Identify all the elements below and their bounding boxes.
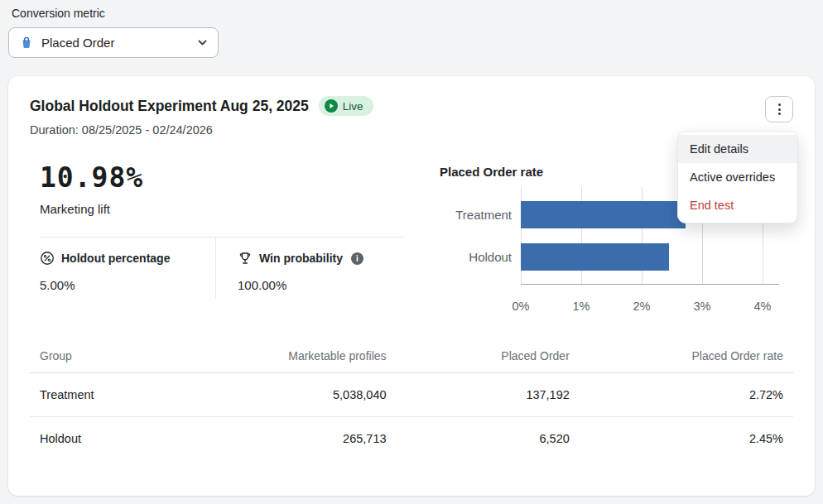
chart-tick-label: 4% [754,300,772,313]
live-play-icon [325,99,338,113]
cell-group: Holdout [30,417,213,461]
holdout-percentage-value: 5.00% [40,278,215,292]
chart-ticks: 0%1%2%3%4% [521,300,763,316]
kebab-menu-button[interactable] [765,96,793,122]
table-row: Treatment 5,038,040 137,192 2.72% [30,373,793,417]
table-header-row: Group Marketable profiles Placed Order P… [30,343,793,373]
cell-placed-order-rate: 2.72% [580,373,793,417]
chart-x-axis [521,284,779,285]
col-header-marketable-profiles: Marketable profiles [213,343,396,373]
cell-marketable-profiles: 265,713 [213,417,396,461]
chart-bar [521,201,686,228]
chevron-down-icon [197,37,208,48]
placed-order-metric-icon [19,36,34,50]
experiment-card: Global Holdout Experiment Aug 25, 2025 L… [8,76,815,496]
holdout-percentage-icon [40,251,55,266]
menu-item-end-test[interactable]: End test [678,191,797,219]
menu-item-edit-details[interactable]: Edit details [678,135,797,163]
results-table: Group Marketable profiles Placed Order P… [30,343,793,460]
col-header-placed-order-rate: Placed Order rate [580,343,793,373]
conversion-metric-label: Conversion metric [12,7,811,20]
table-row: Holdout 265,713 6,520 2.45% [30,417,793,461]
holdout-percentage-stat: Holdout percentage 5.00% [40,238,215,299]
col-header-placed-order: Placed Order [397,343,580,373]
chart-tick-label: 2% [633,300,651,313]
chart-category-label: Holdout [440,250,521,264]
col-header-group: Group [30,343,213,373]
chart-category-label: Treatment [440,208,521,222]
win-probability-value: 100.00% [238,278,404,292]
menu-item-active-overrides[interactable]: Active overrides [678,163,797,191]
chart-bar [521,243,669,271]
win-probability-label: Win probability [259,252,343,265]
experiment-title: Global Holdout Experiment Aug 25, 2025 [30,98,309,115]
cell-placed-order: 6,520 [397,417,580,461]
trophy-icon [238,251,253,266]
win-probability-stat: Win probability i 100.00% [215,238,404,299]
chart-tick-label: 3% [694,300,711,313]
holdout-percentage-label: Holdout percentage [61,252,170,265]
experiment-duration: Duration: 08/25/2025 - 02/24/2026 [30,123,373,137]
marketing-lift-value: 10.98% [40,161,404,194]
chart-bar-track [521,243,763,271]
chart-tick-label: 0% [513,300,530,313]
conversion-metric-select[interactable]: Placed Order [8,27,219,58]
marketing-lift-label: Marketing lift [40,202,404,216]
status-badge-label: Live [343,100,363,113]
stats-row: Holdout percentage 5.00% Win p [40,237,404,299]
cell-group: Treatment [30,373,213,417]
lift-panel: 10.98% Marketing lift Holdout [30,161,404,318]
conversion-metric-section: Conversion metric Placed Order [0,0,823,58]
cell-marketable-profiles: 5,038,040 [213,373,396,417]
context-menu: Edit details Active overrides End test [677,131,798,223]
chart-row: Holdout [440,236,763,278]
info-icon[interactable]: i [351,252,363,265]
card-header: Global Holdout Experiment Aug 25, 2025 L… [30,96,793,137]
conversion-metric-value: Placed Order [41,36,190,50]
cell-placed-order-rate: 2.45% [580,417,793,461]
cell-placed-order: 137,192 [397,373,580,417]
status-badge: Live [319,96,373,116]
chart-tick-label: 1% [573,300,590,313]
